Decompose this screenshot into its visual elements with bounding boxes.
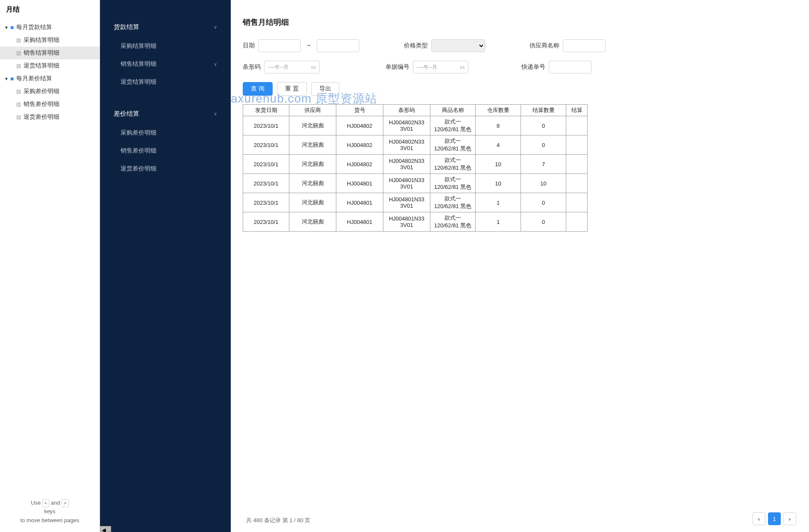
file-icon: ▤: [16, 63, 21, 69]
table-row[interactable]: 2023/10/1河北丽彪HJ004801HJ004801N333V01款式一1…: [243, 193, 588, 212]
key-left-icon: <: [42, 499, 49, 508]
pager-next-button[interactable]: ›: [783, 512, 796, 525]
table-cell: HJ004802: [336, 155, 383, 174]
tree-item-sale-settle[interactable]: ▤ 销售结算明细: [0, 47, 100, 59]
dark-sidebar: 货款结算 ∨ 采购结算明细 销售结算明细 ∨ 退货结算明细 差价结算 ∨ 采购差…: [100, 0, 231, 532]
table-cell: 2023/10/1: [243, 174, 289, 193]
file-icon: ▤: [16, 50, 21, 56]
table-cell: 2023/10/1: [243, 155, 289, 174]
table-cell: 河北丽彪: [289, 174, 336, 193]
chevron-down-icon: ∨: [214, 24, 217, 30]
pager-prev-button[interactable]: ‹: [753, 512, 765, 525]
table-cell: [566, 135, 588, 155]
tree-group-diff[interactable]: ▼ ■ 每月差价结算: [0, 72, 100, 85]
th-settle-qty: 结算数量: [521, 105, 566, 116]
label-docno: 单据编号: [385, 63, 409, 71]
tree-group-payment[interactable]: ▼ ■ 每月货款结算: [0, 21, 100, 34]
table-cell: 款式一120/62/81 黑色: [430, 212, 476, 232]
th-date: 发货日期: [243, 105, 289, 116]
dark-item-purchase-settle[interactable]: 采购结算明细: [100, 37, 231, 55]
th-wh-qty: 仓库数量: [476, 105, 521, 116]
table-row[interactable]: 2023/10/1河北丽彪HJ004801HJ004801N333V01款式一1…: [243, 174, 588, 193]
tree-item-label: 采购差价明细: [24, 88, 59, 95]
table-cell: 2023/10/1: [243, 116, 289, 135]
file-icon: ▤: [16, 101, 21, 107]
data-table: 发货日期 供应商 货号 条形码 商品名称 仓库数量 结算数量 结算 2023/1…: [243, 104, 588, 232]
tree-list: ▼ ■ 每月货款结算 ▤ 采购结算明细 ▤ 销售结算明细 ▤ 退货结算明细 ▼ …: [0, 19, 100, 492]
record-summary: 共 480 条记录 第 1 / 80 页: [246, 517, 310, 524]
tree-title: 月结: [0, 0, 100, 19]
table-cell: HJ004801N333V01: [383, 193, 430, 212]
dark-section-payment[interactable]: 货款结算 ∨: [100, 17, 231, 37]
key-right-icon: >: [62, 499, 68, 508]
tree-item-label: 退货结算明细: [24, 62, 59, 70]
th-supplier: 供应商: [289, 105, 336, 116]
tree-footer: Use < and > keys to move between pages: [0, 492, 100, 532]
caret-down-icon: ▼: [4, 25, 9, 30]
price-type-select[interactable]: [431, 39, 485, 52]
table-cell: HJ004801N333V01: [383, 174, 430, 193]
table-cell: 2023/10/1: [243, 135, 289, 155]
dark-item-sale-settle[interactable]: 销售结算明细 ∨: [100, 55, 231, 73]
tree-item-return-diff[interactable]: ▤ 退货差价明细: [0, 111, 100, 123]
caret-down-icon: ▼: [4, 76, 9, 81]
tree-item-label: 销售差价明细: [24, 100, 59, 108]
pager: ‹ 1 ›: [753, 512, 796, 525]
trackno-input[interactable]: [549, 61, 591, 73]
table-cell: 0: [521, 212, 566, 232]
supplier-input[interactable]: [563, 39, 606, 52]
tree-item-label: 退货差价明细: [24, 113, 59, 121]
tree-item-return-settle[interactable]: ▤ 退货结算明细: [0, 59, 100, 72]
table-cell: 1: [476, 212, 521, 232]
table-cell: 7: [521, 155, 566, 174]
file-icon: ▤: [16, 114, 21, 120]
table-cell: 0: [521, 135, 566, 155]
table-cell: 8: [476, 116, 521, 135]
th-settle: 结算: [566, 105, 588, 116]
tree-item-label: 销售结算明细: [24, 49, 59, 57]
page-title: 销售月结明细: [243, 17, 797, 27]
query-button[interactable]: 查 询: [243, 82, 273, 96]
docno-date-input[interactable]: ----年--月 ▭: [413, 61, 468, 73]
table-cell: 款式一120/62/81 黑色: [430, 174, 476, 193]
table-row[interactable]: 2023/10/1河北丽彪HJ004802HJ004802N333V01款式一1…: [243, 155, 588, 174]
dark-item-return-settle[interactable]: 退货结算明细: [100, 73, 231, 91]
table-row[interactable]: 2023/10/1河北丽彪HJ004802HJ004802N333V01款式一1…: [243, 135, 588, 155]
dark-item-sale-diff[interactable]: 销售差价明细: [100, 142, 231, 160]
table-row[interactable]: 2023/10/1河北丽彪HJ004801HJ004801N333V01款式一1…: [243, 212, 588, 232]
tree-item-label: 采购结算明细: [24, 36, 59, 44]
scrollbar-horizontal[interactable]: ◄: [100, 526, 111, 532]
table-cell: 款式一120/62/81 黑色: [430, 155, 476, 174]
file-icon: ▤: [16, 37, 21, 43]
table-cell: [566, 116, 588, 135]
tree-group-label: 每月差价结算: [16, 75, 52, 82]
table-cell: HJ004801: [336, 174, 383, 193]
tree-item-sale-diff[interactable]: ▤ 销售差价明细: [0, 98, 100, 111]
tree-group-label: 每月货款结算: [16, 24, 52, 31]
filter-row-1: 日期 ~ 价格类型 供应商名称: [243, 39, 797, 52]
th-barcode: 条形码: [383, 105, 430, 116]
table-cell: HJ004801N333V01: [383, 212, 430, 232]
table-cell: 款式一120/62/81 黑色: [430, 116, 476, 135]
table-cell: 2023/10/1: [243, 193, 289, 212]
date-from-input[interactable]: [258, 39, 301, 52]
table-cell: 河北丽彪: [289, 193, 336, 212]
tree-item-purchase-diff[interactable]: ▤ 采购差价明细: [0, 85, 100, 98]
calendar-icon: ▭: [311, 64, 316, 70]
pager-page-1[interactable]: 1: [768, 512, 781, 525]
table-cell: HJ004802: [336, 116, 383, 135]
tree-item-purchase-settle[interactable]: ▤ 采购结算明细: [0, 34, 100, 47]
dark-section-diff[interactable]: 差价结算 ∨: [100, 104, 231, 124]
dark-item-return-diff[interactable]: 退货差价明细: [100, 160, 231, 178]
date-to-input[interactable]: [317, 39, 359, 52]
tree-panel: 月结 ▼ ■ 每月货款结算 ▤ 采购结算明细 ▤ 销售结算明细 ▤ 退货结算明细…: [0, 0, 100, 532]
table-cell: [566, 193, 588, 212]
table-cell: HJ004802N333V01: [383, 116, 430, 135]
reset-button[interactable]: 重 置: [277, 82, 307, 96]
dark-item-purchase-diff[interactable]: 采购差价明细: [100, 124, 231, 142]
table-row[interactable]: 2023/10/1河北丽彪HJ004802HJ004802N333V01款式一1…: [243, 116, 588, 135]
export-button[interactable]: 导出: [311, 82, 339, 96]
label-price-type: 价格类型: [404, 42, 428, 50]
table-cell: HJ004802N333V01: [383, 135, 430, 155]
barcode-date-input[interactable]: ----年--月 ▭: [264, 61, 320, 73]
